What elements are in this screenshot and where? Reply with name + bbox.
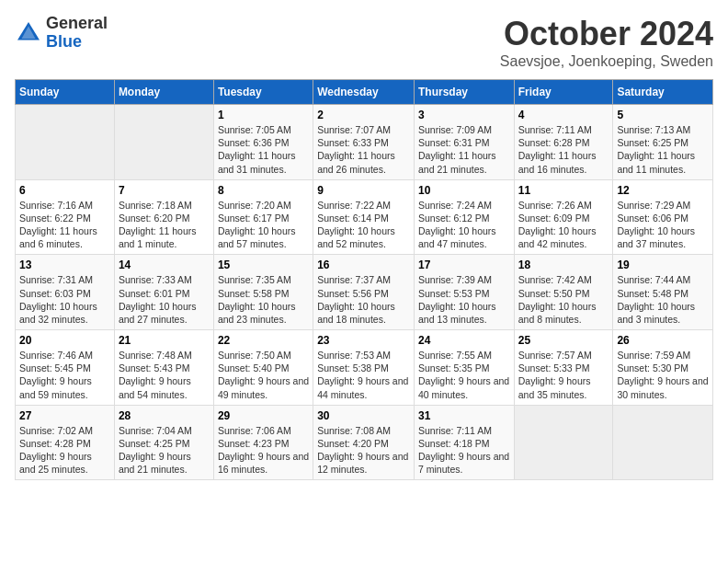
day-number: 7	[119, 184, 210, 197]
calendar-cell: 1Sunrise: 7:05 AM Sunset: 6:36 PM Daylig…	[213, 105, 313, 180]
calendar-cell: 15Sunrise: 7:35 AM Sunset: 5:58 PM Dayli…	[213, 255, 313, 330]
calendar-cell: 17Sunrise: 7:39 AM Sunset: 5:53 PM Dayli…	[414, 255, 514, 330]
day-number: 26	[617, 334, 709, 347]
calendar-cell: 12Sunrise: 7:29 AM Sunset: 6:06 PM Dayli…	[613, 179, 713, 255]
calendar-cell	[613, 405, 713, 480]
day-detail: Sunrise: 7:26 AM Sunset: 6:09 PM Dayligh…	[518, 199, 609, 251]
day-number: 25	[518, 334, 609, 347]
day-detail: Sunrise: 7:04 AM Sunset: 4:25 PM Dayligh…	[119, 424, 210, 477]
day-number: 18	[518, 259, 609, 271]
day-number: 4	[518, 109, 609, 121]
calendar-cell: 13Sunrise: 7:31 AM Sunset: 6:03 PM Dayli…	[16, 255, 115, 330]
day-detail: Sunrise: 7:11 AM Sunset: 4:18 PM Dayligh…	[418, 424, 510, 477]
day-number: 5	[617, 109, 709, 121]
day-detail: Sunrise: 7:46 AM Sunset: 5:45 PM Dayligh…	[19, 349, 110, 401]
day-detail: Sunrise: 7:55 AM Sunset: 5:35 PM Dayligh…	[418, 349, 510, 401]
day-detail: Sunrise: 7:11 AM Sunset: 6:28 PM Dayligh…	[518, 123, 609, 176]
day-detail: Sunrise: 7:24 AM Sunset: 6:12 PM Dayligh…	[418, 199, 510, 251]
day-number: 17	[418, 259, 510, 271]
day-number: 21	[119, 334, 210, 347]
day-number: 12	[617, 184, 709, 197]
calendar-body: 1Sunrise: 7:05 AM Sunset: 6:36 PM Daylig…	[16, 105, 713, 480]
calendar-cell: 30Sunrise: 7:08 AM Sunset: 4:20 PM Dayli…	[313, 405, 415, 480]
subtitle: Saevsjoe, Joenkoeping, Sweden	[500, 53, 713, 70]
calendar-week: 20Sunrise: 7:46 AM Sunset: 5:45 PM Dayli…	[16, 330, 713, 406]
calendar-cell: 31Sunrise: 7:11 AM Sunset: 4:18 PM Dayli…	[414, 405, 514, 480]
calendar-cell: 11Sunrise: 7:26 AM Sunset: 6:09 PM Dayli…	[514, 179, 613, 255]
day-detail: Sunrise: 7:33 AM Sunset: 6:01 PM Dayligh…	[119, 273, 210, 326]
header-day: Friday	[514, 80, 613, 105]
day-detail: Sunrise: 7:42 AM Sunset: 5:50 PM Dayligh…	[518, 273, 609, 326]
header-day: Tuesday	[213, 80, 313, 105]
calendar-week: 13Sunrise: 7:31 AM Sunset: 6:03 PM Dayli…	[16, 255, 713, 330]
header-day: Monday	[114, 80, 213, 105]
day-detail: Sunrise: 7:13 AM Sunset: 6:25 PM Dayligh…	[617, 123, 709, 176]
calendar-cell: 27Sunrise: 7:02 AM Sunset: 4:28 PM Dayli…	[16, 405, 115, 480]
day-detail: Sunrise: 7:48 AM Sunset: 5:43 PM Dayligh…	[119, 349, 210, 401]
day-number: 6	[19, 184, 110, 197]
calendar-cell: 23Sunrise: 7:53 AM Sunset: 5:38 PM Dayli…	[313, 330, 415, 406]
day-number: 23	[317, 334, 410, 347]
day-detail: Sunrise: 7:53 AM Sunset: 5:38 PM Dayligh…	[317, 349, 410, 401]
day-detail: Sunrise: 7:44 AM Sunset: 5:48 PM Dayligh…	[617, 273, 709, 326]
day-detail: Sunrise: 7:18 AM Sunset: 6:20 PM Dayligh…	[119, 199, 210, 251]
calendar-cell: 19Sunrise: 7:44 AM Sunset: 5:48 PM Dayli…	[613, 255, 713, 330]
logo-icon	[15, 19, 42, 47]
day-detail: Sunrise: 7:02 AM Sunset: 4:28 PM Dayligh…	[19, 424, 110, 477]
day-detail: Sunrise: 7:31 AM Sunset: 6:03 PM Dayligh…	[19, 273, 110, 326]
calendar-cell: 2Sunrise: 7:07 AM Sunset: 6:33 PM Daylig…	[313, 105, 415, 180]
day-number: 20	[19, 334, 110, 347]
calendar-cell: 16Sunrise: 7:37 AM Sunset: 5:56 PM Dayli…	[313, 255, 415, 330]
calendar-table: SundayMondayTuesdayWednesdayThursdayFrid…	[15, 79, 713, 480]
day-number: 1	[218, 109, 309, 121]
day-detail: Sunrise: 7:50 AM Sunset: 5:40 PM Dayligh…	[218, 349, 309, 401]
header-day: Wednesday	[313, 80, 415, 105]
calendar-cell: 14Sunrise: 7:33 AM Sunset: 6:01 PM Dayli…	[114, 255, 213, 330]
logo-blue: Blue	[46, 33, 108, 52]
header-day: Saturday	[613, 80, 713, 105]
logo: General Blue	[15, 15, 108, 52]
day-detail: Sunrise: 7:09 AM Sunset: 6:31 PM Dayligh…	[418, 123, 510, 176]
day-detail: Sunrise: 7:22 AM Sunset: 6:14 PM Dayligh…	[317, 199, 410, 251]
calendar-cell: 8Sunrise: 7:20 AM Sunset: 6:17 PM Daylig…	[213, 179, 313, 255]
header-day: Sunday	[16, 80, 115, 105]
logo-text: General Blue	[46, 15, 108, 52]
calendar-week: 6Sunrise: 7:16 AM Sunset: 6:22 PM Daylig…	[16, 179, 713, 255]
calendar-cell: 18Sunrise: 7:42 AM Sunset: 5:50 PM Dayli…	[514, 255, 613, 330]
day-number: 13	[19, 259, 110, 271]
calendar-cell: 20Sunrise: 7:46 AM Sunset: 5:45 PM Dayli…	[16, 330, 115, 406]
calendar-week: 27Sunrise: 7:02 AM Sunset: 4:28 PM Dayli…	[16, 405, 713, 480]
day-number: 28	[119, 409, 210, 422]
day-detail: Sunrise: 7:08 AM Sunset: 4:20 PM Dayligh…	[317, 424, 410, 477]
day-detail: Sunrise: 7:35 AM Sunset: 5:58 PM Dayligh…	[218, 273, 309, 326]
calendar-cell: 25Sunrise: 7:57 AM Sunset: 5:33 PM Dayli…	[514, 330, 613, 406]
day-detail: Sunrise: 7:05 AM Sunset: 6:36 PM Dayligh…	[218, 123, 309, 176]
header-day: Thursday	[414, 80, 514, 105]
logo-general: General	[46, 15, 108, 33]
day-number: 19	[617, 259, 709, 271]
day-detail: Sunrise: 7:07 AM Sunset: 6:33 PM Dayligh…	[317, 123, 410, 176]
calendar-cell: 26Sunrise: 7:59 AM Sunset: 5:30 PM Dayli…	[613, 330, 713, 406]
calendar-cell	[114, 105, 213, 180]
day-detail: Sunrise: 7:06 AM Sunset: 4:23 PM Dayligh…	[218, 424, 309, 477]
calendar-cell: 3Sunrise: 7:09 AM Sunset: 6:31 PM Daylig…	[414, 105, 514, 180]
day-number: 24	[418, 334, 510, 347]
calendar-cell: 10Sunrise: 7:24 AM Sunset: 6:12 PM Dayli…	[414, 179, 514, 255]
day-number: 31	[418, 409, 510, 422]
calendar-cell	[514, 405, 613, 480]
calendar-cell: 22Sunrise: 7:50 AM Sunset: 5:40 PM Dayli…	[213, 330, 313, 406]
day-number: 30	[317, 409, 410, 422]
header-row: SundayMondayTuesdayWednesdayThursdayFrid…	[16, 80, 713, 105]
day-number: 14	[119, 259, 210, 271]
calendar-cell: 24Sunrise: 7:55 AM Sunset: 5:35 PM Dayli…	[414, 330, 514, 406]
calendar-cell: 29Sunrise: 7:06 AM Sunset: 4:23 PM Dayli…	[213, 405, 313, 480]
day-detail: Sunrise: 7:16 AM Sunset: 6:22 PM Dayligh…	[19, 199, 110, 251]
calendar-cell	[16, 105, 115, 180]
calendar-header: SundayMondayTuesdayWednesdayThursdayFrid…	[16, 80, 713, 105]
day-number: 8	[218, 184, 309, 197]
day-detail: Sunrise: 7:20 AM Sunset: 6:17 PM Dayligh…	[218, 199, 309, 251]
calendar-cell: 6Sunrise: 7:16 AM Sunset: 6:22 PM Daylig…	[16, 179, 115, 255]
day-number: 9	[317, 184, 410, 197]
day-number: 27	[19, 409, 110, 422]
calendar-cell: 4Sunrise: 7:11 AM Sunset: 6:28 PM Daylig…	[514, 105, 613, 180]
